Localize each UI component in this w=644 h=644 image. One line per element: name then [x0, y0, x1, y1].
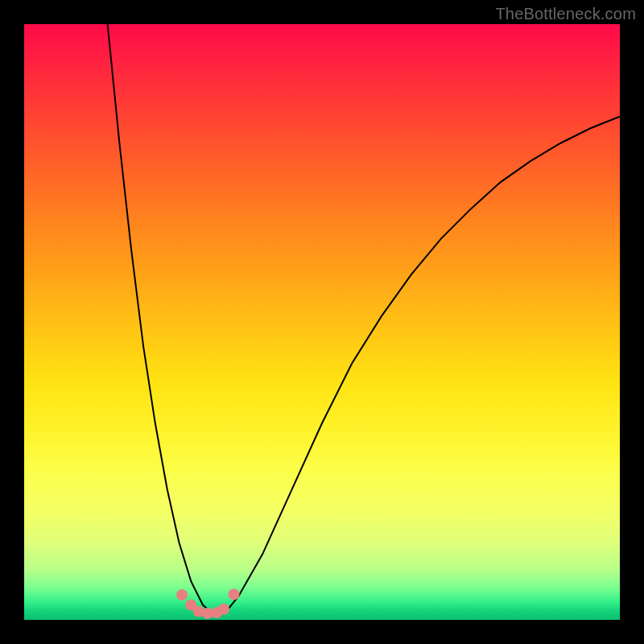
bottleneck-curve: [108, 24, 620, 615]
chart-frame: TheBottleneck.com: [0, 0, 644, 644]
marker-point: [229, 588, 240, 600]
plot-area: [24, 24, 620, 620]
marker-point: [176, 589, 188, 601]
marker-group: [176, 588, 239, 619]
watermark-text: TheBottleneck.com: [495, 5, 636, 23]
curve-layer: [24, 24, 620, 620]
marker-point: [218, 604, 229, 615]
